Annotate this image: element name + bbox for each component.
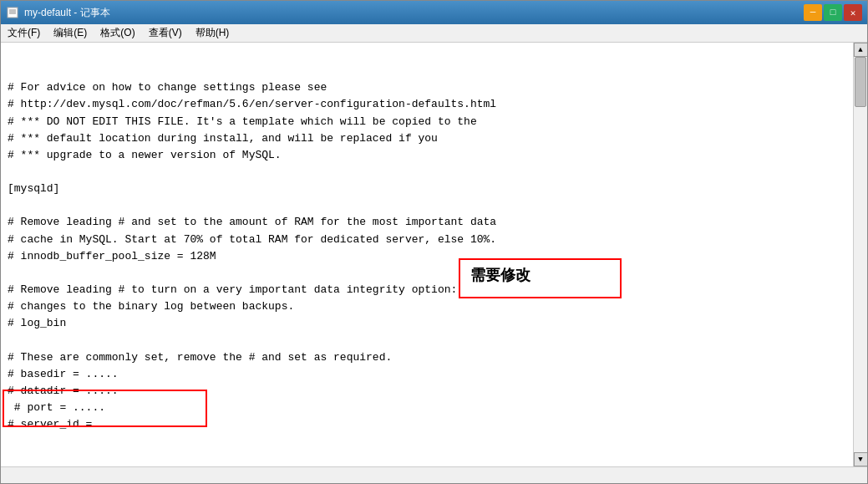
editor-line: # For advice on how to change settings p… <box>8 79 846 96</box>
annotation-text: 需要修改 <box>470 267 530 283</box>
menu-item-H[interactable]: 帮助(H) <box>189 24 236 42</box>
svg-rect-0 <box>8 8 18 18</box>
editor-line: # cache in MySQL. Start at 70% of total … <box>8 232 846 248</box>
annotation-box: 需要修改 <box>459 258 622 298</box>
editor-line: [mysqld] <box>8 181 846 197</box>
editor-line: # innodb_buffer_pool_size = 128M <box>8 248 846 265</box>
editor-line: # *** upgrade to a newer version of MySQ… <box>8 147 846 164</box>
app-icon <box>6 6 19 19</box>
editor-line <box>8 450 846 466</box>
editor-line: # datadir = ..... <box>8 383 846 400</box>
main-window: my-default - 记事本 ─ □ ✕ 文件(F)编辑(E)格式(O)查看… <box>0 0 868 484</box>
editor-content: # For advice on how to change settings p… <box>8 46 846 466</box>
maximize-button[interactable]: □ <box>824 4 842 21</box>
editor-line <box>8 164 846 181</box>
text-editor[interactable]: # For advice on how to change settings p… <box>1 43 853 466</box>
vertical-scrollbar: ▲ ▼ <box>853 43 867 466</box>
editor-line: # log_bin <box>8 315 846 332</box>
menu-bar: 文件(F)编辑(E)格式(O)查看(V)帮助(H) <box>1 24 867 43</box>
editor-line: # basedir = ..... <box>8 366 846 383</box>
status-bar <box>1 466 867 483</box>
menu-item-E[interactable]: 编辑(E) <box>47 24 94 42</box>
menu-item-F[interactable]: 文件(F) <box>1 24 47 42</box>
content-area: # For advice on how to change settings p… <box>1 43 867 466</box>
menu-item-V[interactable]: 查看(V) <box>142 24 189 42</box>
minimize-button[interactable]: ─ <box>804 4 822 21</box>
scroll-track <box>854 57 867 452</box>
editor-line <box>8 332 846 349</box>
editor-line: # port = ..... <box>8 400 846 416</box>
editor-line: # Remove leading # to turn on a very imp… <box>8 282 846 298</box>
title-bar: my-default - 记事本 ─ □ ✕ <box>1 1 867 24</box>
editor-line: # changes to the binary log between back… <box>8 298 846 315</box>
editor-line: # *** default location during install, a… <box>8 130 846 147</box>
scroll-up-button[interactable]: ▲ <box>854 43 868 57</box>
scroll-thumb[interactable] <box>855 57 866 107</box>
scroll-down-button[interactable]: ▼ <box>854 452 868 466</box>
editor-line: # These are commonly set, remove the # a… <box>8 349 846 366</box>
close-button[interactable]: ✕ <box>844 4 862 21</box>
editor-line: # Remove leading # and set to the amount… <box>8 214 846 231</box>
window-controls: ─ □ ✕ <box>804 4 862 21</box>
editor-line: # server_id = ..... <box>8 416 846 433</box>
title-bar-left: my-default - 记事本 <box>6 6 110 20</box>
editor-line <box>8 265 846 282</box>
window-title: my-default - 记事本 <box>24 6 110 20</box>
editor-line <box>8 433 846 450</box>
menu-item-O[interactable]: 格式(O) <box>94 24 141 42</box>
editor-line: # http://dev.mysql.com/doc/refman/5.6/en… <box>8 96 846 113</box>
editor-line: # *** DO NOT EDIT THIS FILE. It's a temp… <box>8 114 846 130</box>
editor-line <box>8 197 846 214</box>
